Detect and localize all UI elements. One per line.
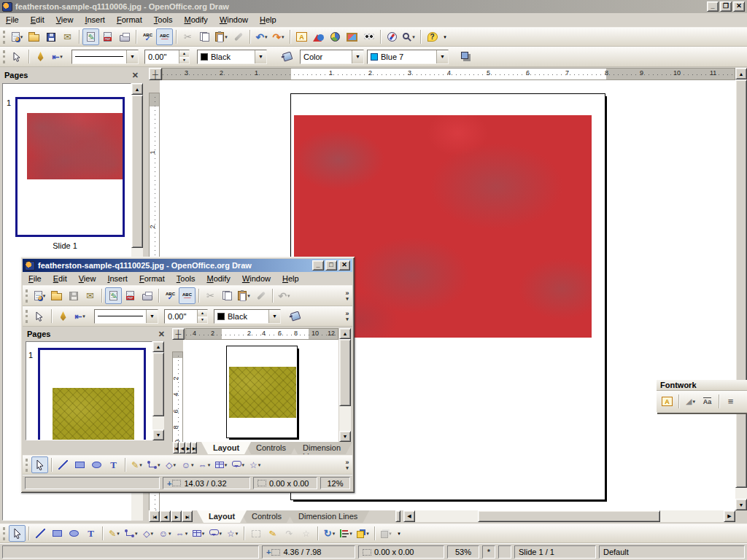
- stars-button[interactable]: ☆▾: [224, 525, 241, 542]
- email-button[interactable]: ✉: [59, 28, 76, 45]
- select-tool-button[interactable]: [31, 456, 48, 473]
- media-button[interactable]: [360, 28, 377, 45]
- help-button[interactable]: ?: [424, 28, 441, 45]
- status-position-field[interactable]: + 4.36 / 7.98: [262, 545, 355, 559]
- menu-help[interactable]: Help: [254, 13, 282, 27]
- clone-formatting-button[interactable]: [252, 287, 269, 304]
- toolbar-grip[interactable]: [3, 31, 5, 44]
- symbol-shapes-button[interactable]: ☺▾: [179, 456, 196, 473]
- scroll-down-icon[interactable]: ▼: [152, 429, 164, 440]
- paste-button[interactable]: ▾: [213, 28, 230, 45]
- child-canvas[interactable]: [183, 340, 338, 442]
- line-style-select[interactable]: ▼: [71, 50, 139, 64]
- menu-insert[interactable]: Insert: [79, 13, 111, 27]
- scroll-down-icon[interactable]: ▼: [339, 431, 351, 442]
- toolbar-grip[interactable]: [26, 310, 28, 323]
- connector-tool-button[interactable]: ▾: [145, 456, 163, 473]
- line-width-spinner[interactable]: 0.00" ▲▼: [164, 309, 208, 324]
- to-curve-button[interactable]: ↷: [281, 525, 298, 542]
- vscrollbar-thumb[interactable]: [735, 79, 747, 488]
- menu-window[interactable]: Window: [214, 13, 254, 27]
- print-button[interactable]: [139, 287, 155, 304]
- symbol-shapes-button[interactable]: ☺▾: [157, 525, 174, 542]
- spin-up-icon[interactable]: ▲: [179, 50, 189, 57]
- tab-layout[interactable]: Layout: [197, 510, 247, 523]
- minimize-button[interactable]: _: [312, 260, 324, 271]
- drawing-page[interactable]: [226, 346, 298, 438]
- fontwork-same-letter-heights-button[interactable]: Aa: [699, 393, 716, 410]
- points-button[interactable]: [247, 525, 264, 542]
- copy-button[interactable]: [196, 28, 213, 45]
- menu-modify[interactable]: Modify: [201, 272, 236, 286]
- basic-shapes-button[interactable]: ◇▾: [163, 456, 179, 473]
- new-button[interactable]: ▾: [31, 287, 48, 304]
- menu-edit[interactable]: Edit: [25, 13, 50, 27]
- status-position-field[interactable]: + 14.03 / 0.32: [163, 477, 250, 489]
- tab-dimension-lines[interactable]: Dimension Lines: [287, 510, 369, 523]
- previous-page-button[interactable]: ◀: [179, 442, 185, 454]
- connector-tool-button[interactable]: ▾: [123, 525, 140, 542]
- to-polygon-button[interactable]: ☆: [298, 525, 314, 542]
- child-titlebar[interactable]: featherston-sample-q1110025.jpg - OpenOf…: [23, 259, 352, 272]
- tab-dimension-lines[interactable]: Dimension Lin: [291, 442, 352, 454]
- fontwork-gallery-button[interactable]: A: [659, 393, 676, 410]
- export-pdf-button[interactable]: [122, 287, 139, 304]
- clone-formatting-button[interactable]: [230, 28, 247, 45]
- close-panel-icon[interactable]: ✕: [132, 71, 139, 80]
- status-slide-field[interactable]: Slide 1 / 1: [514, 545, 596, 559]
- pages-scrollbar[interactable]: ▲ ▼: [152, 341, 164, 440]
- scroll-left-icon[interactable]: ◀: [403, 510, 415, 522]
- arrow-style-button[interactable]: ⇤▾: [49, 48, 66, 65]
- spin-down-icon[interactable]: ▼: [198, 316, 207, 323]
- toolbar-options-button[interactable]: ▾: [395, 525, 403, 542]
- next-page-button[interactable]: ▶: [171, 510, 182, 522]
- save-button[interactable]: [42, 28, 59, 45]
- paste-button[interactable]: ▾: [236, 287, 252, 304]
- menu-tools[interactable]: Tools: [148, 13, 179, 27]
- print-button[interactable]: [116, 28, 133, 45]
- cut-button[interactable]: ✂: [202, 287, 219, 304]
- text-tool-button[interactable]: T: [82, 525, 99, 542]
- toolbar-options-button[interactable]: ▾: [441, 28, 449, 45]
- block-arrows-button[interactable]: ⇔▾: [174, 525, 190, 542]
- menu-file[interactable]: File: [0, 13, 25, 27]
- main-titlebar[interactable]: featherston-sample-q1110006.jpg - OpenOf…: [0, 0, 747, 13]
- open-button[interactable]: [48, 287, 65, 304]
- line-tool-button[interactable]: [32, 525, 49, 542]
- scroll-up-icon[interactable]: ▲: [339, 328, 351, 339]
- callouts-button[interactable]: ▾: [207, 525, 225, 542]
- last-page-button[interactable]: ▶|: [191, 442, 197, 454]
- save-button[interactable]: [65, 287, 82, 304]
- pages-scrollbar-thumb[interactable]: [131, 95, 143, 248]
- shadow-button[interactable]: [457, 48, 474, 65]
- arrow-style-button[interactable]: ⇤▾: [71, 308, 88, 324]
- edit-points-button[interactable]: [9, 48, 26, 65]
- menu-edit[interactable]: Edit: [47, 272, 73, 286]
- callouts-button[interactable]: ▾: [230, 456, 247, 473]
- tab-splitter[interactable]: [395, 510, 400, 522]
- line-style-dropdown-button[interactable]: ▼: [126, 50, 138, 63]
- undo-button[interactable]: ↶▾: [276, 287, 293, 304]
- edit-file-button[interactable]: ✎: [82, 28, 99, 45]
- rotate-button[interactable]: ↻▾: [321, 525, 338, 542]
- undo-button[interactable]: ↶▾: [253, 28, 270, 45]
- line-width-value[interactable]: 0.00": [165, 310, 197, 323]
- chart-button[interactable]: [327, 28, 344, 45]
- ellipse-tool-button[interactable]: [88, 456, 105, 473]
- fontwork-gallery-button[interactable]: A: [293, 28, 310, 45]
- next-page-button[interactable]: ▶: [185, 442, 191, 454]
- edit-file-button[interactable]: ✎: [105, 287, 122, 304]
- maximize-button[interactable]: □: [325, 260, 337, 271]
- first-page-button[interactable]: |◀: [173, 442, 179, 454]
- toolbar-overflow-button[interactable]: »▾: [342, 459, 352, 470]
- line-button[interactable]: [55, 308, 71, 324]
- toolbar-grip[interactable]: [3, 527, 5, 540]
- scroll-up-icon[interactable]: ▲: [152, 341, 164, 352]
- tab-layout[interactable]: Layout: [201, 442, 251, 454]
- menu-format[interactable]: Format: [111, 13, 148, 27]
- last-page-button[interactable]: ▶|: [182, 510, 193, 522]
- scroll-down-icon[interactable]: ▼: [735, 499, 747, 510]
- child-horizontal-ruler[interactable]: 4 2 2 4 6 8 10 12: [185, 328, 338, 340]
- menu-file[interactable]: File: [23, 272, 47, 286]
- close-button[interactable]: ✕: [338, 260, 350, 271]
